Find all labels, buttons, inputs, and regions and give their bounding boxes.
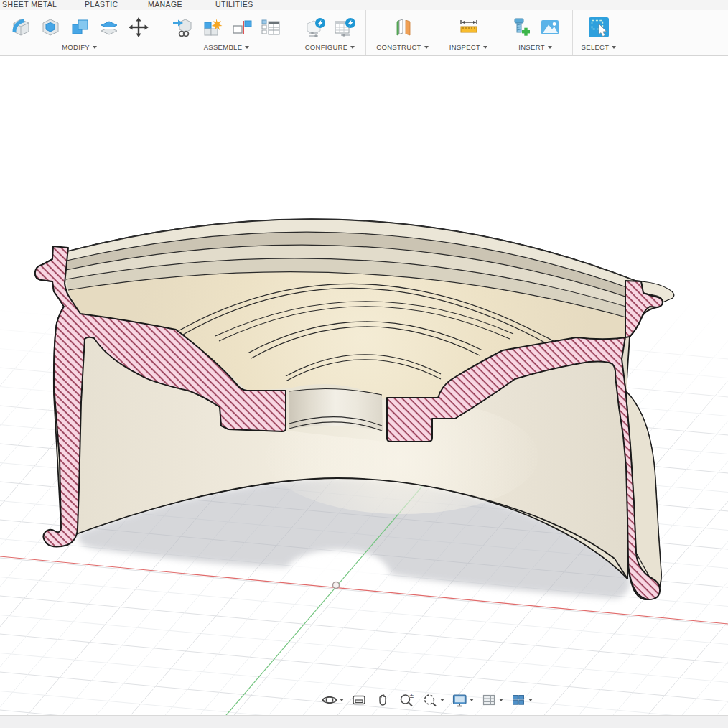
tab-manage[interactable]: MANAGE	[148, 0, 182, 9]
chevron-down-icon	[483, 46, 487, 49]
insert-fastener-icon[interactable]	[508, 14, 533, 40]
select-label: SELECT	[582, 43, 610, 51]
construction-plane-icon[interactable]	[390, 14, 416, 40]
joint-icon[interactable]	[228, 14, 254, 40]
modify-dropdown[interactable]: MODIFY	[62, 43, 97, 51]
modify-label: MODIFY	[62, 43, 90, 51]
measure-icon[interactable]	[456, 14, 482, 40]
select-icon[interactable]	[586, 14, 612, 40]
chevron-down-icon	[93, 46, 97, 49]
inspect-label: INSPECT	[449, 43, 480, 51]
inspect-dropdown[interactable]: INSPECT	[449, 43, 487, 51]
construct-label: CONSTRUCT	[376, 43, 421, 51]
toolbar-tab-row: SHEET METAL PLASTIC MANAGE UTILITIES	[0, 0, 728, 10]
shell-icon[interactable]	[37, 14, 63, 40]
tab-sheet-metal[interactable]: SHEET METAL	[2, 0, 57, 9]
toolbar-group-modify: MODIFY	[0, 10, 159, 55]
chevron-down-icon	[245, 46, 249, 49]
model-viewport-canvas[interactable]	[0, 57, 728, 715]
grid-snaps-icon[interactable]	[478, 690, 505, 710]
move-copy-icon[interactable]	[126, 14, 151, 40]
combine-icon[interactable]	[67, 14, 93, 40]
split-body-icon[interactable]	[96, 14, 122, 40]
toolbar-group-select: SELECT	[573, 10, 625, 55]
insert-label: INSERT	[518, 43, 544, 51]
chevron-down-icon	[548, 46, 552, 49]
tab-plastic[interactable]: PLASTIC	[85, 0, 118, 9]
assemble-dropdown[interactable]: ASSEMBLE	[204, 43, 250, 51]
zoom-icon[interactable]: ±	[396, 690, 417, 710]
chevron-down-icon	[424, 46, 429, 49]
toolbar: SHEET METAL PLASTIC MANAGE UTILITIES	[0, 0, 728, 56]
configuration-icon[interactable]	[302, 14, 328, 40]
insert-derive-icon[interactable]	[169, 14, 195, 40]
display-settings-icon[interactable]	[449, 690, 476, 710]
fusion360-window: SHEET METAL PLASTIC MANAGE UTILITIES	[0, 0, 728, 728]
origin-indicator[interactable]	[333, 582, 340, 589]
new-component-icon[interactable]	[199, 14, 225, 40]
toolbar-group-configure: CONFIGURE	[294, 10, 366, 55]
configuration-table-icon[interactable]	[332, 14, 358, 40]
hub-bore-wall	[289, 388, 383, 431]
configure-label: CONFIGURE	[305, 43, 348, 51]
chevron-down-icon	[612, 46, 616, 49]
toolbar-groups: MODIFY	[0, 10, 728, 55]
tab-utilities[interactable]: UTILITIES	[215, 0, 253, 9]
construct-dropdown[interactable]: CONSTRUCT	[376, 43, 428, 51]
insert-dropdown[interactable]: INSERT	[518, 43, 551, 51]
bottom-strip	[0, 715, 728, 728]
assemble-label: ASSEMBLE	[204, 43, 243, 51]
chevron-down-icon	[350, 46, 355, 49]
configure-dropdown[interactable]: CONFIGURE	[305, 43, 355, 51]
fit-zoom-window-icon[interactable]	[419, 690, 447, 710]
look-at-icon[interactable]	[348, 690, 370, 710]
navigation-bar: ±	[319, 689, 535, 711]
viewports-icon[interactable]	[508, 690, 535, 710]
toolbar-group-insert: INSERT	[498, 10, 573, 55]
toolbar-group-inspect: INSPECT	[439, 10, 498, 55]
insert-canvas-icon[interactable]	[537, 14, 563, 40]
orbit-icon[interactable]	[319, 690, 346, 710]
toolbar-group-assemble: ASSEMBLE	[159, 10, 294, 55]
pan-icon[interactable]	[372, 690, 393, 710]
fillet-icon[interactable]	[8, 14, 34, 40]
select-dropdown[interactable]: SELECT	[582, 43, 617, 51]
toolbar-group-construct: CONSTRUCT	[366, 10, 439, 55]
bom-icon[interactable]	[258, 14, 284, 40]
svg-text:±: ±	[409, 693, 414, 699]
